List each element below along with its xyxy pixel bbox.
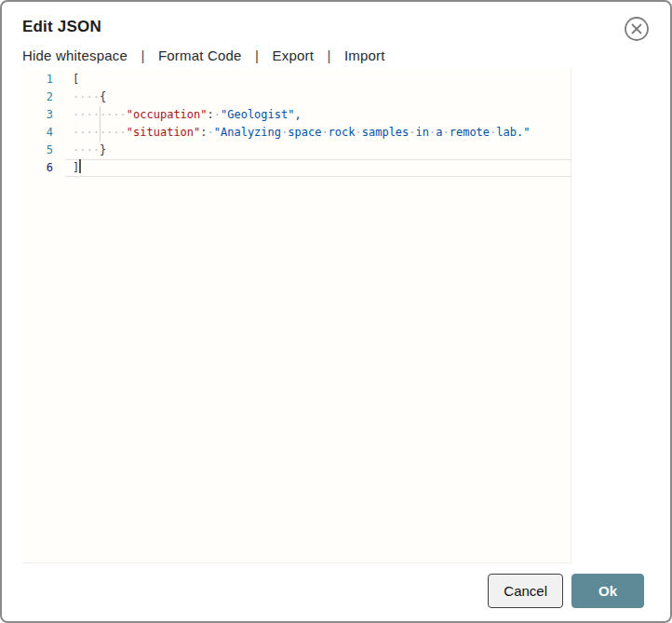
code-line[interactable]: 4········"situation":·"Analyzing·space·r… <box>23 124 571 142</box>
dialog-footer: Cancel Ok <box>488 574 644 608</box>
code-line[interactable]: 3········"occupation":·"Geologist", <box>23 106 571 124</box>
editor-toolbar: Hide whitespace | Format Code | Export |… <box>22 47 385 63</box>
code-token: } <box>100 143 106 156</box>
line-number: 1 <box>23 71 65 88</box>
code-token: · <box>356 126 362 139</box>
code-line[interactable]: 1[ <box>23 71 571 88</box>
code-token: : <box>208 108 214 121</box>
line-number: 5 <box>23 142 65 159</box>
code-token: · <box>409 126 415 139</box>
code-line-content: ····} <box>65 142 571 159</box>
code-token: "Analyzing <box>214 126 281 139</box>
cancel-button[interactable]: Cancel <box>488 574 563 608</box>
code-token: "situation" <box>127 126 200 139</box>
code-token: ···· <box>73 108 100 121</box>
code-line-content: [ <box>65 71 571 88</box>
code-token: ···· <box>100 108 127 121</box>
toolbar-item-export[interactable]: Export <box>273 47 315 63</box>
code-line[interactable]: 6] <box>23 159 571 177</box>
code-token: "occupation" <box>127 108 208 121</box>
json-code-editor[interactable]: 1[2····{3········"occupation":·"Geologis… <box>23 69 571 563</box>
code-line-content: ········"situation":·"Analyzing·space·ro… <box>65 124 571 142</box>
code-token: · <box>442 126 449 139</box>
code-token: · <box>214 108 221 121</box>
code-token: lab." <box>496 126 530 139</box>
code-token: remote <box>450 126 490 139</box>
toolbar-separator: | <box>141 47 144 63</box>
toolbar-separator: | <box>327 47 330 63</box>
code-token: in <box>416 126 429 139</box>
code-line[interactable]: 5····} <box>23 142 571 159</box>
code-token: ] <box>73 161 79 174</box>
code-line-content: ········"occupation":·"Geologist", <box>65 106 571 124</box>
toolbar-item-format-code[interactable]: Format Code <box>158 47 242 63</box>
code-line-content: ] <box>65 159 571 177</box>
ok-button[interactable]: Ok <box>571 574 644 608</box>
code-token: , <box>294 108 301 121</box>
code-token: rock <box>329 126 356 139</box>
line-number: 2 <box>23 88 65 106</box>
dialog-title: Edit JSON <box>22 18 101 36</box>
code-token: · <box>208 126 214 139</box>
code-token: ···· <box>73 143 100 156</box>
circle-x-icon <box>624 31 650 45</box>
code-token: ···· <box>73 90 100 103</box>
code-token: ···· <box>100 126 127 139</box>
code-line-content: ····{ <box>65 88 571 106</box>
toolbar-item-hide-whitespace[interactable]: Hide whitespace <box>22 47 128 63</box>
code-token: space <box>288 126 321 139</box>
code-token: : <box>200 126 207 139</box>
code-token: "Geologist" <box>221 108 294 121</box>
code-token: samples <box>362 126 410 139</box>
code-token: [ <box>73 73 79 86</box>
line-number: 6 <box>23 159 65 177</box>
toolbar-separator: | <box>255 47 259 63</box>
toolbar-item-import[interactable]: Import <box>344 47 385 63</box>
code-token: { <box>100 90 106 103</box>
edit-json-dialog: Edit JSON Hide whitespace | Format Code … <box>0 0 672 623</box>
line-number: 3 <box>23 106 65 124</box>
code-token: · <box>321 126 328 139</box>
code-line[interactable]: 2····{ <box>23 88 571 106</box>
close-button[interactable] <box>624 16 650 42</box>
line-number: 4 <box>23 124 65 142</box>
text-cursor <box>79 159 81 173</box>
code-token: ···· <box>73 126 100 139</box>
